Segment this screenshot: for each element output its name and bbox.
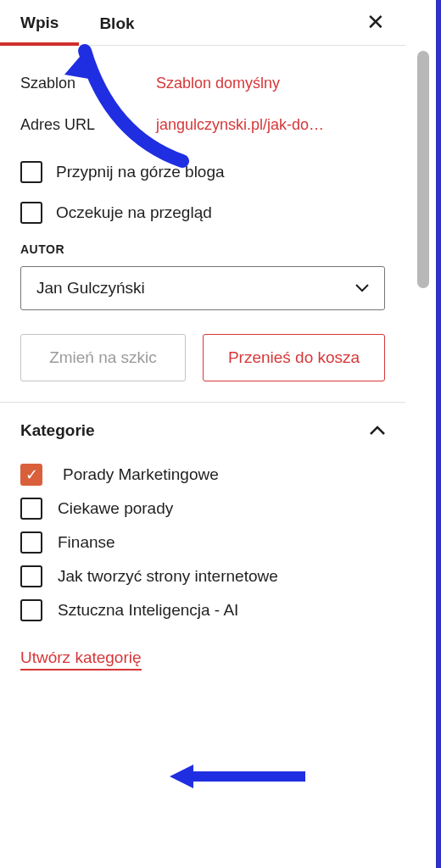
close-icon[interactable]: ✕	[346, 9, 405, 36]
categories-list: ✓ Porady Marketingowe Ciekawe porady Fin…	[0, 464, 405, 621]
category-checkbox[interactable]	[20, 565, 42, 587]
category-row[interactable]: Ciekawe porady	[20, 498, 385, 520]
author-value: Jan Gulczyński	[36, 279, 145, 298]
category-checkbox[interactable]: ✓	[20, 464, 42, 486]
author-heading: AUTOR	[20, 242, 385, 256]
category-checkbox[interactable]	[20, 498, 42, 520]
categories-heading: Kategorie	[20, 421, 95, 440]
tab-post[interactable]: Wpis	[0, 0, 79, 46]
category-row[interactable]: Finanse	[20, 531, 385, 554]
category-label: Jak tworzyć strony internetowe	[58, 567, 278, 586]
scrollbar-thumb[interactable]	[417, 51, 429, 288]
url-value[interactable]: jangulczynski.pl/jak-do…	[156, 116, 324, 134]
pending-checkbox[interactable]	[20, 202, 42, 224]
category-row[interactable]: ✓ Porady Marketingowe	[20, 464, 385, 486]
category-row[interactable]: Sztuczna Inteligencja - AI	[20, 599, 385, 621]
create-category-link[interactable]: Utwórz kategorię	[20, 648, 142, 670]
category-label: Sztuczna Inteligencja - AI	[58, 601, 238, 620]
category-label: Finanse	[58, 533, 115, 552]
sticky-row[interactable]: Przypnij na górze bloga	[20, 161, 385, 183]
category-checkbox[interactable]	[20, 599, 42, 621]
tabs: Wpis Blok ✕	[0, 0, 405, 46]
url-row: Adres URL jangulczynski.pl/jak-do…	[20, 116, 385, 134]
chevron-down-icon	[355, 281, 369, 296]
category-label: Porady Marketingowe	[58, 465, 219, 484]
url-label: Adres URL	[20, 116, 156, 134]
categories-accordion[interactable]: Kategorie	[0, 403, 405, 452]
category-checkbox[interactable]	[20, 531, 42, 554]
move-to-trash-button[interactable]: Przenieś do kosza	[203, 334, 385, 381]
sticky-checkbox[interactable]	[20, 161, 42, 183]
chevron-up-icon	[370, 421, 385, 440]
settings-panel: Wpis Blok ✕ Szablon Szablon domyślny Adr…	[0, 0, 405, 868]
sticky-label: Przypnij na górze bloga	[56, 163, 225, 181]
template-value[interactable]: Szablon domyślny	[156, 75, 280, 92]
category-row[interactable]: Jak tworzyć strony internetowe	[20, 565, 385, 587]
tab-block[interactable]: Blok	[79, 1, 154, 45]
switch-to-draft-button[interactable]: Zmień na szkic	[20, 334, 186, 381]
author-select[interactable]: Jan Gulczyński	[20, 266, 385, 310]
template-label: Szablon	[20, 75, 156, 92]
pending-label: Oczekuje na przegląd	[56, 203, 212, 222]
category-label: Ciekawe porady	[58, 499, 173, 518]
template-row: Szablon Szablon domyślny	[20, 75, 385, 92]
pending-row[interactable]: Oczekuje na przegląd	[20, 202, 385, 224]
check-icon: ✓	[25, 467, 38, 482]
